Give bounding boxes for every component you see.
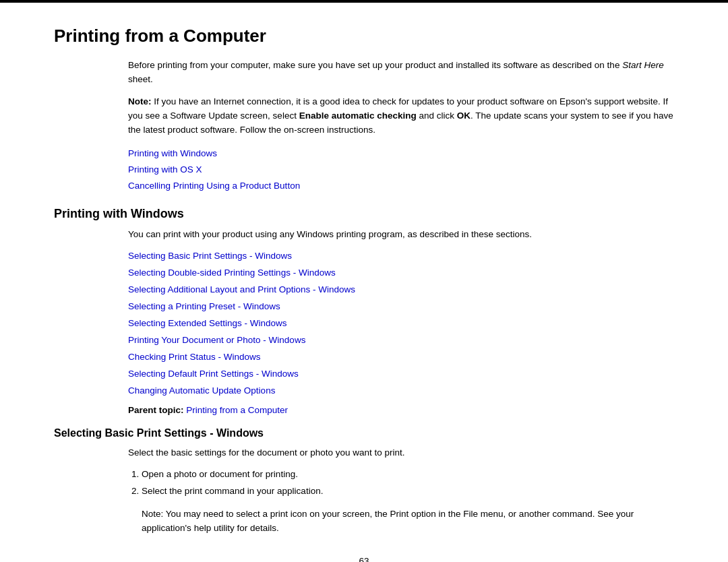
note-label: Note: [128, 96, 152, 106]
parent-topic: Parent topic: Printing from a Computer [128, 405, 674, 415]
basic-note-label: Note: [142, 509, 163, 519]
content-area: Printing from a Computer Before printing… [0, 3, 728, 562]
link-extended-settings[interactable]: Selecting Extended Settings - Windows [128, 315, 674, 332]
basic-print-body: Select the basic settings for the docume… [128, 446, 674, 460]
parent-topic-label: Parent topic: [128, 405, 184, 415]
list-item-2: Select the print command in your applica… [142, 484, 674, 499]
printing-windows-heading: Printing with Windows [54, 207, 674, 221]
link-printing-osx[interactable]: Printing with OS X [128, 162, 674, 178]
link-printing-preset[interactable]: Selecting a Printing Preset - Windows [128, 299, 674, 315]
link-default-print-settings[interactable]: Selecting Default Print Settings - Windo… [128, 366, 674, 383]
link-auto-update[interactable]: Changing Automatic Update Options [128, 383, 674, 400]
italic-start-here: Start Here [622, 60, 664, 70]
parent-topic-link[interactable]: Printing from a Computer [186, 405, 288, 415]
page-container: Printing from a Computer Before printing… [0, 0, 728, 562]
note-para: Note: If you have an Internet connection… [128, 95, 674, 137]
link-cancelling-printing[interactable]: Cancelling Printing Using a Product Butt… [128, 178, 674, 194]
intro-para1: Before printing from your computer, make… [128, 59, 674, 87]
link-double-sided[interactable]: Selecting Double-sided Printing Settings… [128, 265, 674, 282]
main-heading: Printing from a Computer [54, 26, 674, 46]
link-printing-windows[interactable]: Printing with Windows [128, 146, 674, 162]
numbered-list: Open a photo or document for printing. S… [142, 467, 674, 499]
printing-windows-body: You can print with your product using an… [128, 228, 674, 242]
page-number: 63 [54, 556, 674, 562]
list-item-1: Open a photo or document for printing. [142, 467, 674, 482]
link-basic-print-settings[interactable]: Selecting Basic Print Settings - Windows [128, 248, 674, 265]
print-option-bold: Print [390, 509, 409, 519]
file-menu-bold: File [463, 509, 478, 519]
main-section-links: Printing with Windows Printing with OS X… [128, 146, 674, 195]
basic-print-note: Note: You may need to select a print ico… [142, 507, 674, 536]
link-printing-doc-photo[interactable]: Printing Your Document or Photo - Window… [128, 332, 674, 349]
link-additional-layout[interactable]: Selecting Additional Layout and Print Op… [128, 282, 674, 299]
enable-auto-checking: Enable automatic checking [299, 111, 417, 121]
ok-label: OK [457, 111, 471, 121]
link-checking-print-status[interactable]: Checking Print Status - Windows [128, 349, 674, 366]
windows-section-links: Selecting Basic Print Settings - Windows… [128, 248, 674, 400]
basic-print-heading: Selecting Basic Print Settings - Windows [54, 427, 674, 439]
